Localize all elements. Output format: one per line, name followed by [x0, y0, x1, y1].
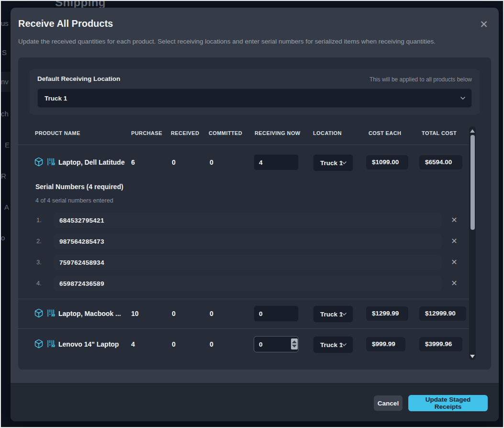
serial-number-icon [46, 308, 56, 318]
row-divider [18, 328, 469, 329]
update-staged-receipts-button[interactable]: Update Staged Receipts [408, 395, 488, 411]
purchase-qty: 4 [131, 340, 135, 348]
column-header-purchase: PURCHASE [131, 130, 162, 136]
column-header-location: LOCATION [313, 130, 342, 136]
number-stepper[interactable] [291, 338, 298, 349]
sidebar-fragment: A [4, 203, 9, 211]
column-header-total-cost: TOTAL COST [422, 130, 457, 136]
serial-number-icon [46, 339, 56, 349]
default-location-value: Truck 1 [45, 89, 67, 107]
location-value: Truck 1 [320, 306, 343, 322]
sidebar-fragment: R [1, 172, 6, 180]
sidebar-fragment: us [1, 19, 9, 27]
column-header-received: RECEIVED [171, 130, 199, 136]
remove-serial-icon[interactable]: ✕ [449, 236, 459, 247]
package-icon [34, 339, 44, 349]
package-icon [34, 308, 44, 318]
committed-qty: 0 [210, 158, 213, 166]
serial-number-input[interactable] [54, 276, 441, 291]
total-cost-badge: $12999.90 [419, 306, 466, 321]
chevron-down-icon [340, 159, 348, 167]
scroll-up-icon[interactable] [470, 129, 475, 133]
product-name: Laptop, Macbook ... [58, 310, 121, 317]
scrollbar[interactable] [469, 126, 476, 360]
serial-number-input[interactable] [54, 255, 441, 270]
serial-number-icon [46, 157, 56, 167]
total-cost-badge: $6594.00 [419, 155, 462, 169]
location-value: Truck 1 [320, 155, 343, 171]
sidebar-fragment: S [2, 48, 7, 56]
remove-serial-icon[interactable]: ✕ [449, 257, 459, 268]
modal-title: Receive All Products [18, 18, 113, 29]
serial-index: 2. [36, 237, 42, 245]
sidebar-fragment: o [1, 234, 5, 242]
received-qty: 0 [172, 158, 176, 166]
purchase-qty: 10 [131, 310, 139, 317]
column-header-committed: COMMITTED [209, 130, 242, 136]
cost-each-badge: $1099.00 [366, 155, 408, 169]
purchase-qty: 6 [131, 158, 135, 166]
committed-qty: 0 [210, 340, 213, 348]
serial-number-input[interactable] [54, 213, 441, 228]
chevron-down-icon [340, 341, 348, 349]
received-qty: 0 [172, 340, 176, 348]
remove-serial-icon[interactable]: ✕ [449, 278, 459, 289]
chevron-down-icon [340, 310, 348, 318]
default-location-label: Default Receiving Location [37, 75, 120, 82]
column-header-receiving-now: RECEIVING NOW [255, 130, 301, 136]
product-name: Laptop, Dell Latitude [58, 158, 124, 166]
sidebar-fragment: ch [1, 110, 9, 118]
receiving-now-input[interactable] [254, 154, 299, 170]
location-select[interactable]: Truck 1 [313, 154, 353, 171]
header-divider [18, 145, 469, 145]
close-icon[interactable]: ✕ [478, 18, 490, 31]
cost-each-badge: $1299.99 [366, 306, 408, 321]
received-qty: 0 [172, 310, 176, 317]
column-header-cost-each: COST EACH [369, 130, 401, 136]
chevron-down-icon [459, 94, 467, 102]
row-divider [18, 299, 469, 299]
scrollbar-thumb[interactable] [470, 135, 475, 230]
receiving-now-input[interactable] [254, 305, 299, 322]
total-cost-badge: $3999.96 [419, 337, 462, 351]
products-panel: Default Receiving Location This will be … [18, 57, 491, 370]
serial-numbers-subtitle: 4 of 4 serial numbers entered [35, 197, 113, 204]
modal-description: Update the received quantities for each … [18, 38, 436, 45]
location-select[interactable]: Truck 1 [313, 305, 353, 323]
receive-all-products-modal: Receive All Products ✕ Update the receiv… [11, 8, 499, 421]
location-select[interactable]: Truck 1 [313, 336, 353, 353]
cost-each-badge: $999.99 [366, 337, 405, 351]
cancel-button[interactable]: Cancel [374, 395, 403, 411]
sidebar-fragment: E [5, 141, 10, 149]
location-value: Truck 1 [320, 337, 343, 353]
modal-footer: Cancel Update Staged Receipts [11, 383, 499, 421]
serial-index: 3. [36, 259, 42, 266]
stepper-up-icon[interactable] [292, 340, 297, 343]
sidebar-fragment: nv [1, 78, 9, 86]
serial-index: 4. [36, 280, 42, 287]
serial-numbers-title: Serial Numbers (4 required) [35, 183, 123, 191]
remove-serial-icon[interactable]: ✕ [449, 215, 459, 225]
scroll-down-icon[interactable] [470, 355, 475, 358]
default-location-select[interactable]: Truck 1 [37, 89, 472, 108]
committed-qty: 0 [210, 310, 213, 317]
product-name: Lenovo 14" Laptop [58, 340, 119, 348]
column-header-product-name: PRODUCT NAME [35, 130, 80, 136]
default-location-hint: This will be applied to all products bel… [370, 76, 472, 83]
stepper-down-icon[interactable] [292, 345, 297, 348]
serial-index: 1. [36, 216, 42, 224]
serial-number-input[interactable] [54, 234, 441, 249]
default-location-card: Default Receiving Location This will be … [30, 69, 480, 115]
screen: Shipping us S nv ch E R A o Receive All … [0, 0, 504, 428]
package-icon [34, 157, 44, 167]
